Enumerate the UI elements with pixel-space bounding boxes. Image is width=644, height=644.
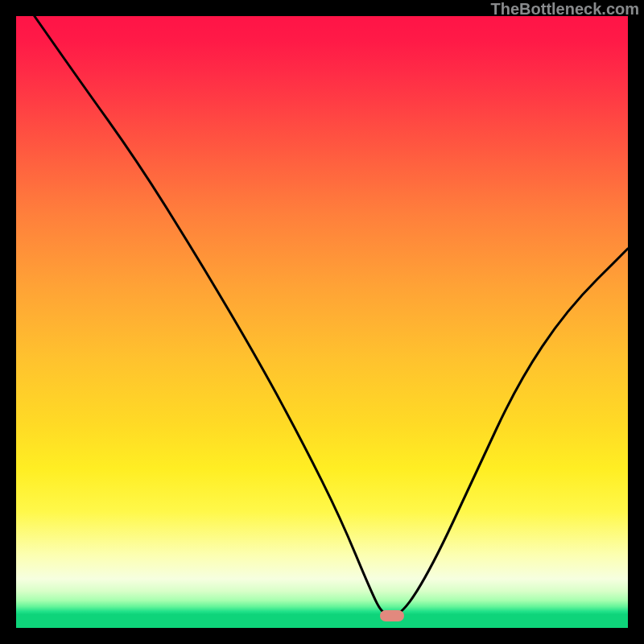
- optimum-marker: [380, 610, 404, 621]
- bottleneck-curve-path: [35, 16, 628, 616]
- plot-area: [16, 16, 628, 628]
- chart-frame: TheBottleneck.com: [0, 0, 644, 644]
- curve-svg: [16, 16, 628, 628]
